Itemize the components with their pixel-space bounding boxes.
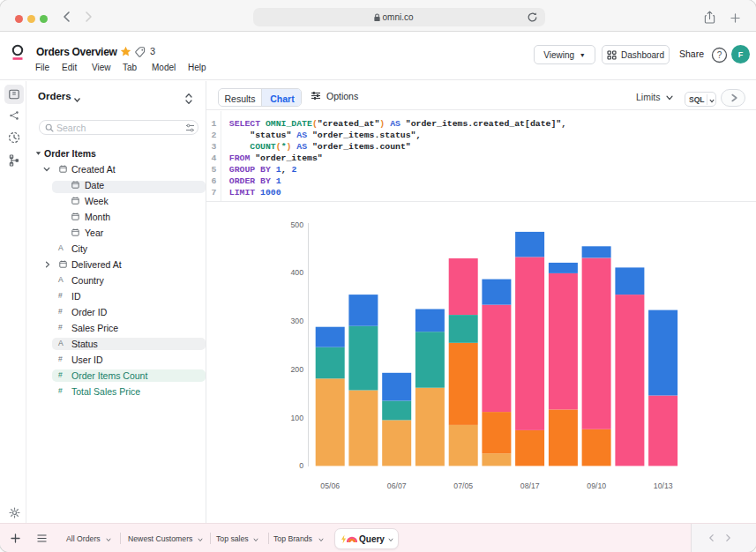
- svg-text:09/10: 09/10: [587, 481, 606, 490]
- svg-text:0: 0: [299, 461, 303, 470]
- svg-text:200: 200: [291, 365, 304, 374]
- svg-text:07/05: 07/05: [453, 481, 473, 490]
- svg-text:08/17: 08/17: [520, 481, 540, 490]
- svg-text:06/07: 06/07: [387, 481, 407, 490]
- svg-text:500: 500: [291, 220, 304, 229]
- svg-text:05/06: 05/06: [320, 481, 340, 490]
- svg-text:300: 300: [291, 317, 304, 325]
- svg-text:10/13: 10/13: [654, 481, 673, 490]
- svg-text:?: ?: [717, 50, 722, 60]
- svg-text:100: 100: [291, 414, 304, 422]
- svg-text:400: 400: [291, 268, 304, 277]
